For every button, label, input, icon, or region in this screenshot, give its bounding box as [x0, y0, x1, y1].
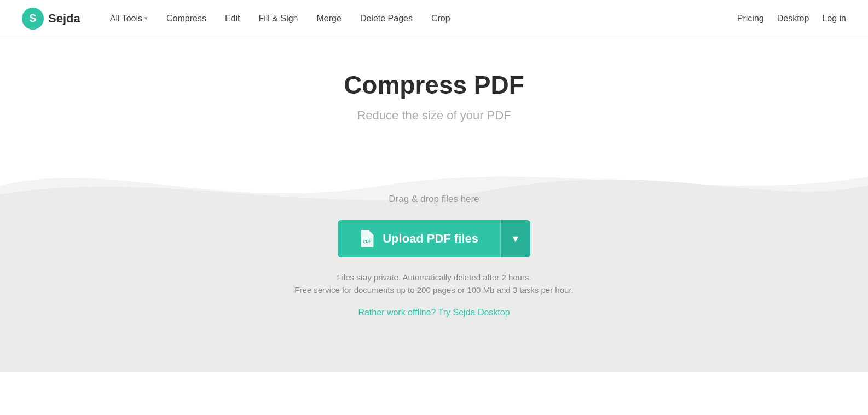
drag-drop-text: Drag & drop files here: [389, 194, 479, 205]
upload-button-label: Upload PDF files: [383, 232, 478, 246]
upload-section: Drag & drop files here PDF Upload PDF fi…: [0, 150, 868, 372]
upload-content: Drag & drop files here PDF Upload PDF fi…: [22, 194, 846, 318]
nav-item-crop[interactable]: Crop: [424, 9, 458, 28]
main-nav: All Tools▾CompressEditFill & SignMergeDe…: [102, 9, 737, 28]
nav-item-fill---sign[interactable]: Fill & Sign: [251, 9, 305, 28]
nav-item-log-in[interactable]: Log in: [822, 14, 846, 24]
logo[interactable]: S Sejda: [22, 8, 80, 30]
page-subtitle: Reduce the size of your PDF: [357, 108, 511, 123]
nav-item-edit[interactable]: Edit: [217, 9, 248, 28]
logo-text: Sejda: [48, 11, 80, 26]
logo-icon: S: [22, 8, 44, 30]
upload-dropdown-button[interactable]: ▼: [500, 220, 530, 257]
nav-item-merge[interactable]: Merge: [309, 9, 349, 28]
nav-item-pricing[interactable]: Pricing: [737, 14, 764, 24]
pdf-file-icon: PDF: [360, 230, 375, 247]
dropdown-chevron-icon: ▼: [511, 233, 520, 245]
free-service-text: Free service for documents up to 200 pag…: [294, 285, 573, 295]
chevron-down-icon: ▾: [144, 15, 148, 22]
svg-text:PDF: PDF: [363, 239, 372, 244]
nav-item-delete-pages[interactable]: Delete Pages: [352, 9, 420, 28]
nav-item-all-tools[interactable]: All Tools▾: [102, 9, 155, 28]
nav-item-desktop[interactable]: Desktop: [777, 14, 809, 24]
nav-item-compress[interactable]: Compress: [159, 9, 214, 28]
right-nav: PricingDesktopLog in: [737, 14, 846, 24]
privacy-text: Files stay private. Automatically delete…: [337, 273, 531, 282]
upload-button-wrapper: PDF Upload PDF files ▼: [338, 220, 530, 257]
offline-link[interactable]: Rather work offline? Try Sejda Desktop: [358, 308, 510, 318]
upload-pdf-button[interactable]: PDF Upload PDF files: [338, 220, 500, 257]
page-title: Compress PDF: [344, 70, 524, 100]
